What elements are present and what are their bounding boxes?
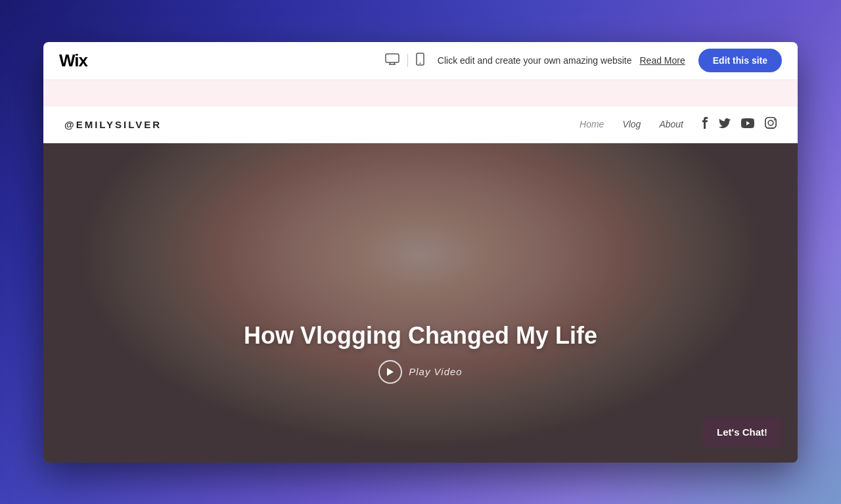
play-video-button[interactable]: Play Video (378, 360, 462, 384)
nav-link-about[interactable]: About (659, 119, 683, 129)
twitter-icon[interactable] (719, 118, 731, 131)
hero-section: How Vlogging Changed My Life Play Video … (43, 143, 798, 463)
cta-text: Click edit and create your own amazing w… (438, 55, 632, 66)
wix-logo: Wix (59, 51, 87, 71)
browser-window: Wix Click edit and create your own amazi… (43, 42, 798, 463)
nav-link-home[interactable]: Home (580, 119, 604, 129)
hero-title: How Vlogging Changed My Life (244, 322, 597, 350)
wix-logo-text: Wix (59, 51, 87, 70)
youtube-icon[interactable] (741, 118, 754, 131)
hero-overlay (43, 143, 798, 463)
svg-rect-0 (386, 54, 399, 62)
site-brand: @EMILYSILVER (64, 119, 162, 130)
svg-point-5 (419, 62, 420, 64)
wix-bar: Wix Click edit and create your own amazi… (43, 42, 798, 80)
device-separator (407, 54, 408, 67)
site-content: @EMILYSILVER Home Vlog About (43, 106, 798, 463)
hero-content: How Vlogging Changed My Life Play Video (43, 322, 798, 384)
mobile-icon[interactable] (416, 53, 424, 69)
device-icons-group (385, 53, 424, 69)
read-more-link[interactable]: Read More (640, 55, 685, 66)
play-circle-icon (378, 360, 402, 384)
edit-site-button[interactable]: Edit this site (698, 49, 782, 72)
pink-strip (43, 80, 798, 106)
facebook-icon[interactable] (702, 117, 708, 132)
play-video-label: Play Video (409, 366, 462, 377)
desktop-icon[interactable] (385, 53, 399, 68)
social-icons-group (702, 117, 777, 132)
site-nav: @EMILYSILVER Home Vlog About (43, 106, 798, 143)
chat-button[interactable]: Let's Chat! (702, 417, 782, 447)
site-nav-links: Home Vlog About (580, 119, 683, 129)
nav-link-vlog[interactable]: Vlog (622, 119, 641, 129)
instagram-icon[interactable] (765, 117, 777, 132)
svg-marker-6 (387, 368, 394, 376)
